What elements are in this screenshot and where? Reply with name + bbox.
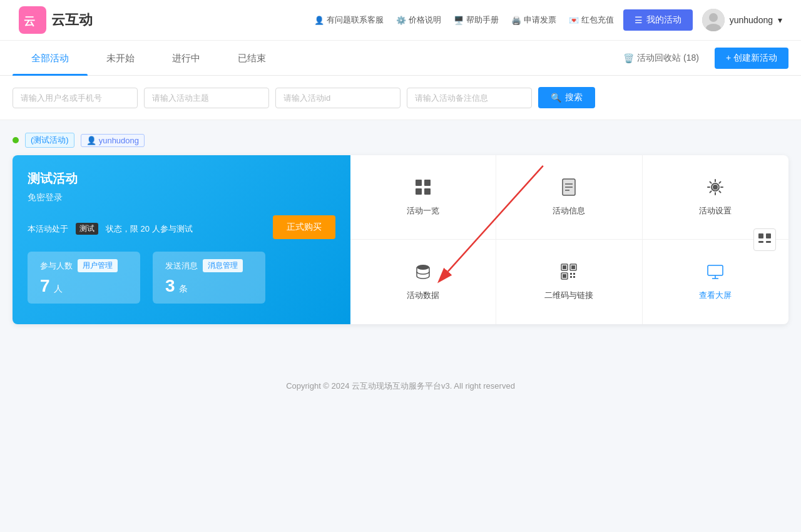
qr-icon — [560, 263, 578, 285]
action-list-label: 活动一览 — [407, 205, 439, 217]
tab-in-progress[interactable]: 进行中 — [153, 41, 219, 76]
logo-icon: 云 — [19, 6, 46, 34]
header-right: 👤 有问题联系客服 ⚙️ 价格说明 🖥️ 帮助手册 🖨️ 申请发票 💌 红包充值… — [314, 9, 782, 31]
card-subtitle: 免密登录 — [28, 192, 335, 203]
help-icon: 🖥️ — [454, 16, 464, 25]
nav-invoice[interactable]: 🖨️ 申请发票 — [511, 14, 556, 26]
stat-participants: 参与人数 用户管理 7 人 — [28, 252, 140, 304]
test-badge: 测试 — [76, 223, 98, 235]
action-activity-list[interactable]: 活动一览 — [350, 155, 496, 240]
doc-icon — [560, 178, 578, 200]
logo-area: 云 云互动 — [19, 6, 93, 34]
support-icon: 👤 — [314, 16, 324, 25]
search-theme-input[interactable] — [144, 88, 269, 108]
svg-rect-31 — [758, 241, 763, 243]
nav-recharge[interactable]: 💌 红包充值 — [569, 14, 614, 26]
invoice-icon: 🖨️ — [511, 16, 521, 25]
svg-rect-22 — [570, 273, 572, 275]
svg-rect-17 — [563, 265, 566, 269]
action-qrcode[interactable]: 二维码与链接 — [496, 240, 642, 324]
tab-not-started[interactable]: 未开始 — [88, 41, 153, 76]
footer: Copyright © 2024 云互动现场互动服务平台v3. All righ… — [0, 362, 801, 411]
tabs-left: 全部活动 未开始 进行中 已结束 — [13, 41, 617, 76]
svg-point-3 — [709, 13, 718, 22]
stat-messages: 发送消息 消息管理 3 条 — [153, 252, 265, 304]
svg-rect-8 — [424, 188, 431, 195]
create-activity-button[interactable]: + 创建新活动 — [715, 48, 788, 69]
buy-button[interactable]: 正式购买 — [273, 215, 335, 239]
recycle-icon: 🗑️ — [623, 53, 634, 63]
gear-icon — [707, 178, 724, 200]
svg-rect-30 — [766, 233, 771, 238]
action-activity-info[interactable]: 活动信息 — [496, 155, 642, 240]
layout-icon — [758, 233, 772, 247]
action-qr-label: 二维码与链接 — [544, 290, 593, 301]
svg-rect-24 — [570, 276, 572, 278]
header: 云 云互动 👤 有问题联系客服 ⚙️ 价格说明 🖥️ 帮助手册 🖨️ 申请发票 … — [0, 0, 801, 41]
tab-ended[interactable]: 已结束 — [219, 41, 285, 76]
svg-rect-26 — [708, 265, 723, 275]
nav-links: 👤 有问题联系客服 ⚙️ 价格说明 🖥️ 帮助手册 🖨️ 申请发票 💌 红包充值 — [314, 14, 614, 26]
activity-header: (测试活动) 👤 yunhudong — [13, 133, 788, 148]
search-button[interactable]: 🔍 搜索 — [538, 87, 595, 108]
stat-participants-value: 7 人 — [40, 276, 128, 296]
search-note-input[interactable] — [407, 88, 532, 108]
search-id-input[interactable] — [275, 88, 400, 108]
action-big-screen[interactable]: 查看大屏 — [643, 240, 788, 324]
layout-toggle-button[interactable] — [753, 228, 776, 251]
nav-support[interactable]: 👤 有问题联系客服 — [314, 14, 384, 26]
svg-rect-25 — [573, 276, 575, 278]
action-activity-settings[interactable]: 活动设置 — [643, 155, 788, 240]
svg-rect-21 — [563, 274, 566, 278]
desc-suffix: 状态，限 20 人参与测试 — [106, 223, 193, 235]
search-bar: 🔍 搜索 — [0, 76, 801, 120]
svg-rect-6 — [424, 180, 431, 186]
my-activity-icon: ☰ — [635, 15, 643, 25]
svg-rect-23 — [573, 273, 575, 275]
svg-point-13 — [713, 185, 718, 190]
user-area[interactable]: yunhudong ▾ — [702, 9, 782, 31]
svg-rect-5 — [416, 180, 422, 186]
svg-rect-32 — [766, 241, 771, 243]
recharge-icon: 💌 — [569, 16, 579, 25]
action-info-label: 活动信息 — [553, 205, 585, 217]
desc-prefix: 本活动处于 — [28, 223, 68, 235]
username-label: yunhudong — [730, 15, 773, 25]
db-icon — [414, 263, 432, 285]
stat-messages-label: 发送消息 消息管理 — [165, 259, 253, 272]
tabs-bar: 全部活动 未开始 进行中 已结束 🗑️ 活动回收站 (18) + 创建新活动 — [0, 41, 801, 76]
recycle-button[interactable]: 🗑️ 活动回收站 (18) — [617, 53, 705, 64]
action-data-label: 活动数据 — [407, 290, 439, 301]
card-title: 测试活动 — [28, 170, 335, 187]
search-username-input[interactable] — [13, 88, 138, 108]
stat-participants-label: 参与人数 用户管理 — [40, 259, 128, 272]
dropdown-icon: ▾ — [778, 15, 782, 25]
pricing-icon: ⚙️ — [396, 16, 406, 25]
search-icon: 🔍 — [551, 93, 561, 103]
logo-text: 云互动 — [51, 11, 93, 29]
activity-tag[interactable]: (测试活动) — [25, 133, 74, 148]
screen-icon — [707, 263, 724, 285]
message-management-button[interactable]: 消息管理 — [203, 259, 243, 272]
svg-rect-7 — [416, 188, 422, 195]
card-left: 测试活动 免密登录 本活动处于 测试 状态，限 20 人参与测试 正式购买 参与… — [13, 155, 350, 324]
my-activity-button[interactable]: ☰ 我的活动 — [623, 9, 693, 31]
user-tag-icon: 👤 — [86, 136, 96, 145]
svg-rect-29 — [758, 233, 763, 238]
svg-point-15 — [417, 265, 429, 270]
user-tag[interactable]: 👤 yunhudong — [81, 134, 145, 147]
main-content: (测试活动) 👤 yunhudong 测试活动 免密登录 本活动处于 测试 状态… — [0, 120, 801, 337]
status-dot — [13, 137, 19, 143]
avatar — [702, 9, 725, 31]
action-activity-data[interactable]: 活动数据 — [350, 240, 496, 324]
stat-messages-value: 3 条 — [165, 276, 253, 296]
card-right: 活动一览 活动信息 — [350, 155, 788, 324]
footer-text: Copyright © 2024 云互动现场互动服务平台v3. All righ… — [286, 381, 515, 391]
nav-pricing[interactable]: ⚙️ 价格说明 — [396, 14, 441, 26]
action-screen-label: 查看大屏 — [699, 290, 732, 301]
nav-help[interactable]: 🖥️ 帮助手册 — [454, 14, 499, 26]
activity-card: 测试活动 免密登录 本活动处于 测试 状态，限 20 人参与测试 正式购买 参与… — [13, 155, 788, 324]
user-management-button[interactable]: 用户管理 — [78, 259, 118, 272]
tab-all[interactable]: 全部活动 — [13, 41, 88, 76]
svg-text:云: 云 — [24, 15, 35, 28]
